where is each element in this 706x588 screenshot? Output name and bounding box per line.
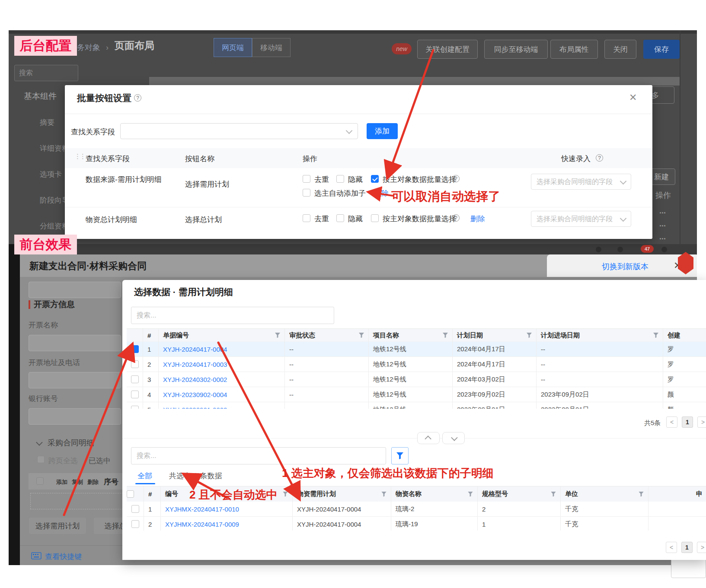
row-checkbox[interactable]	[131, 375, 139, 383]
filter-icon[interactable]	[275, 333, 280, 338]
close-icon[interactable]: ✕	[629, 92, 637, 103]
delete-link[interactable]: 删除	[470, 214, 485, 224]
header-checkbox-cell[interactable]	[127, 329, 143, 342]
row-checkbox[interactable]	[131, 406, 139, 409]
col-material-plan: 物资需用计划	[293, 486, 391, 502]
breadcrumb-parent[interactable]: 务对象	[77, 43, 100, 52]
prev-page-button[interactable]: <	[666, 542, 677, 553]
filter-icon[interactable]	[653, 333, 658, 338]
next-page-button[interactable]: >	[697, 416, 706, 428]
bank-account-input[interactable]	[29, 408, 121, 425]
table-row[interactable]: 1 XYJHMX-20240417-0010 XYJH-20240417-000…	[127, 502, 706, 517]
table-row[interactable]: 2 XYJH-20240417-0003 -- 地铁12号线 2024年04月1…	[127, 357, 706, 372]
doc-code-link[interactable]: XYJH-20240302-0002	[159, 372, 285, 387]
filter-icon[interactable]	[283, 492, 288, 497]
row-checkbox[interactable]	[131, 520, 139, 528]
sync-mobile-button[interactable]: 同步至移动端	[484, 40, 548, 59]
collapse-up-button[interactable]	[417, 432, 440, 444]
doc-code-link[interactable]: XYJH-20230902-0004	[159, 387, 285, 402]
sidebar-item-tabs[interactable]: 选项卡	[40, 169, 62, 179]
batch-select-checkbox[interactable]	[371, 214, 379, 222]
collapse-icon[interactable]	[36, 439, 43, 446]
help-icon[interactable]: ?	[452, 175, 460, 182]
drag-handle-icon[interactable]: ⋮⋮	[74, 153, 85, 160]
help-icon[interactable]: ?	[134, 94, 141, 102]
filter-icon[interactable]	[551, 492, 556, 497]
add-button[interactable]: 添加	[367, 123, 398, 139]
filter-button[interactable]	[391, 447, 409, 464]
batch-select-checkbox[interactable]	[371, 175, 379, 183]
table-row[interactable]: 1 XYJH-20240417-0004 -- 地铁12号线 2024年04月1…	[127, 342, 706, 357]
filter-icon[interactable]	[527, 333, 532, 338]
hide-checkbox[interactable]	[336, 214, 344, 222]
link-create-config-button[interactable]: 关联创建配置	[417, 40, 478, 59]
dedupe-label: 去重	[314, 175, 329, 184]
empty-row-dropzone[interactable]	[30, 493, 130, 509]
table-row[interactable]: 3 XYJH-20240302-0002 -- 地铁12号线 2024年03月0…	[127, 372, 706, 387]
quick-entry-select[interactable]: 选择采购合同明细的字段	[531, 211, 631, 227]
table-row[interactable]: 5 XYJH-20230901-0003 -- 地铁12号线 2023年09月0…	[127, 402, 706, 409]
lookup-field-select[interactable]	[120, 123, 358, 139]
hide-checkbox[interactable]	[336, 175, 344, 183]
sidebar-group-basic[interactable]: 基本组件	[24, 91, 57, 102]
doc-code-link[interactable]: XYJH-20240417-0003	[159, 357, 285, 372]
row-checkbox[interactable]	[131, 360, 139, 368]
detail-code-link[interactable]: XYJHMX-20240417-0009	[161, 517, 293, 531]
partial-input[interactable]	[29, 282, 121, 298]
invoice-name-input[interactable]	[29, 335, 121, 351]
save-button[interactable]: 保存	[643, 40, 680, 59]
row-more-icon[interactable]: ...	[659, 232, 666, 242]
main-search-input[interactable]: 搜索...	[131, 307, 334, 324]
help-icon[interactable]: ?	[596, 154, 603, 162]
select-plan-button[interactable]: 选择需用计划	[29, 517, 86, 534]
tab-all[interactable]: 全部	[137, 471, 152, 481]
row-button-name: 选择需用计划	[185, 179, 229, 189]
shortcut-link[interactable]: 查看快捷键	[45, 552, 82, 562]
mini-add-button[interactable]: 添加	[56, 478, 67, 486]
invoice-address-input[interactable]	[29, 372, 121, 388]
auto-add-child-checkbox[interactable]	[303, 189, 310, 197]
filter-icon[interactable]	[359, 333, 364, 338]
header-checkbox-cell[interactable]	[127, 486, 144, 502]
filter-icon[interactable]	[381, 492, 387, 497]
mini-delete-button[interactable]: 删除	[87, 478, 99, 486]
dedupe-checkbox[interactable]	[303, 214, 310, 222]
component-search-input[interactable]: 搜索	[14, 65, 78, 81]
row-checkbox[interactable]	[131, 505, 139, 513]
prev-page-button[interactable]: <	[666, 416, 677, 428]
tab-web[interactable]: 网页端	[214, 38, 252, 57]
filter-icon[interactable]	[468, 492, 473, 497]
row-checkbox[interactable]	[131, 391, 139, 398]
close-button[interactable]: 关闭	[604, 40, 636, 59]
purchase-detail-toggle[interactable]: 采购合同明细	[48, 438, 94, 448]
tab-selected-count[interactable]: 共选中(0)条数据	[169, 471, 222, 481]
detail-code-link[interactable]: XYJHMX-20240417-0010	[161, 502, 293, 516]
quick-entry-select[interactable]: 选择采购合同明细的字段	[531, 174, 631, 190]
select-all-checkbox[interactable]	[36, 477, 44, 485]
doc-code-link[interactable]: XYJH-20240417-0004	[159, 342, 285, 356]
next-page-button[interactable]: >	[697, 542, 706, 553]
doc-code-link[interactable]: XYJH-20230901-0003	[159, 402, 285, 409]
table-row[interactable]: 2 XYJHMX-20240417-0009 XYJH-20240417-000…	[127, 517, 706, 531]
cross-page-checkbox[interactable]	[37, 456, 45, 463]
tab-mobile[interactable]: 移动端	[252, 38, 291, 57]
delete-link[interactable]: 删除	[374, 188, 389, 198]
page-number[interactable]: 1	[681, 542, 693, 553]
row-more-icon[interactable]: ...	[659, 207, 666, 216]
help-icon[interactable]: ?	[452, 214, 460, 222]
row-more-icon[interactable]: ...	[659, 219, 666, 229]
dedupe-checkbox[interactable]	[303, 175, 310, 183]
switch-version-link[interactable]: 切换到新版本	[602, 261, 648, 272]
mini-copy-button[interactable]: 复制	[72, 478, 83, 486]
sub-search-input[interactable]: 搜索...	[131, 447, 386, 464]
row-checkbox[interactable]	[131, 345, 139, 353]
select-all-checkbox[interactable]	[127, 490, 134, 498]
sidebar-item-summary[interactable]: 摘要	[40, 118, 54, 127]
page-number[interactable]: 1	[682, 416, 693, 428]
filter-icon[interactable]	[443, 333, 448, 338]
layout-props-button[interactable]: 布局属性	[550, 40, 598, 59]
select-data-dialog: 选择数据 · 需用计划明细 搜索... # 单据编号 审批状态 项目名称 计划日…	[122, 280, 706, 560]
filter-icon[interactable]	[639, 492, 644, 497]
collapse-down-button[interactable]	[442, 432, 465, 444]
table-row[interactable]: 4 XYJH-20230902-0004 -- 地铁12号线 2023年09月0…	[127, 387, 706, 402]
